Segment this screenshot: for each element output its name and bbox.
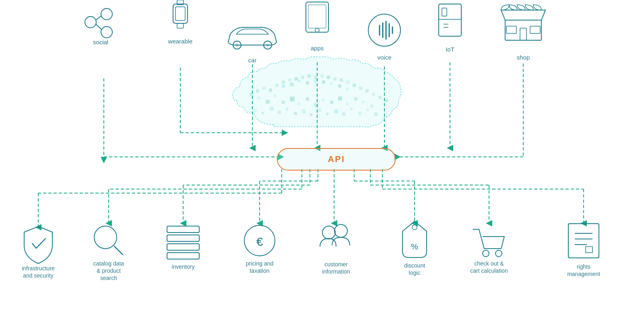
svg-text:customer: customer — [324, 261, 348, 268]
svg-point-150 — [334, 224, 347, 237]
svg-text:taxation: taxation — [250, 268, 269, 274]
svg-point-149 — [322, 226, 335, 239]
svg-rect-101 — [175, 7, 185, 21]
svg-rect-128 — [505, 20, 541, 40]
svg-text:inventory: inventory — [172, 263, 195, 270]
api-box: API — [277, 148, 396, 171]
svg-text:%: % — [411, 242, 418, 251]
svg-text:infrastructure: infrastructure — [22, 265, 55, 272]
svg-point-157 — [483, 250, 489, 257]
svg-rect-103 — [177, 23, 184, 28]
svg-point-108 — [266, 43, 269, 47]
svg-text:management: management — [567, 271, 600, 277]
svg-point-107 — [235, 43, 239, 47]
svg-point-112 — [315, 28, 319, 32]
svg-text:& product: & product — [97, 268, 121, 274]
svg-point-96 — [101, 27, 112, 38]
svg-rect-142 — [167, 244, 199, 250]
svg-rect-131 — [530, 26, 540, 33]
svg-text:information: information — [322, 268, 350, 275]
svg-point-95 — [101, 8, 112, 20]
svg-text:wearable: wearable — [168, 38, 193, 45]
svg-rect-110 — [306, 2, 328, 32]
svg-text:IoT: IoT — [446, 46, 454, 53]
svg-text:logic: logic — [409, 270, 421, 276]
svg-rect-143 — [167, 253, 199, 259]
svg-line-98 — [96, 24, 101, 29]
diagram-container: social wearable car apps — [0, 0, 644, 317]
svg-text:and security: and security — [23, 272, 53, 279]
svg-text:check out &: check out & — [474, 260, 504, 267]
svg-point-153 — [412, 225, 417, 230]
svg-line-136 — [114, 246, 123, 255]
svg-rect-124 — [442, 8, 447, 16]
svg-text:€: € — [256, 235, 263, 248]
svg-rect-141 — [167, 235, 199, 241]
svg-text:apps: apps — [311, 45, 324, 51]
api-label: API — [328, 154, 345, 165]
svg-rect-161 — [568, 224, 599, 258]
svg-point-158 — [495, 250, 502, 257]
svg-text:voice: voice — [377, 54, 391, 61]
svg-text:search: search — [100, 275, 117, 281]
svg-rect-129 — [520, 28, 526, 40]
svg-text:shop: shop — [517, 54, 530, 61]
svg-text:rights: rights — [577, 263, 590, 270]
svg-text:discount: discount — [404, 262, 425, 269]
svg-text:car: car — [248, 57, 257, 64]
svg-point-114 — [368, 14, 400, 46]
svg-text:catalog data: catalog data — [93, 260, 124, 267]
svg-rect-140 — [167, 226, 199, 233]
svg-text:cart calculation: cart calculation — [470, 268, 508, 274]
svg-text:pricing and: pricing and — [246, 260, 274, 267]
svg-rect-130 — [506, 26, 516, 33]
svg-line-97 — [96, 16, 101, 20]
svg-point-94 — [85, 16, 96, 28]
svg-rect-111 — [308, 5, 326, 28]
svg-point-135 — [94, 226, 117, 249]
svg-text:social: social — [93, 39, 108, 45]
